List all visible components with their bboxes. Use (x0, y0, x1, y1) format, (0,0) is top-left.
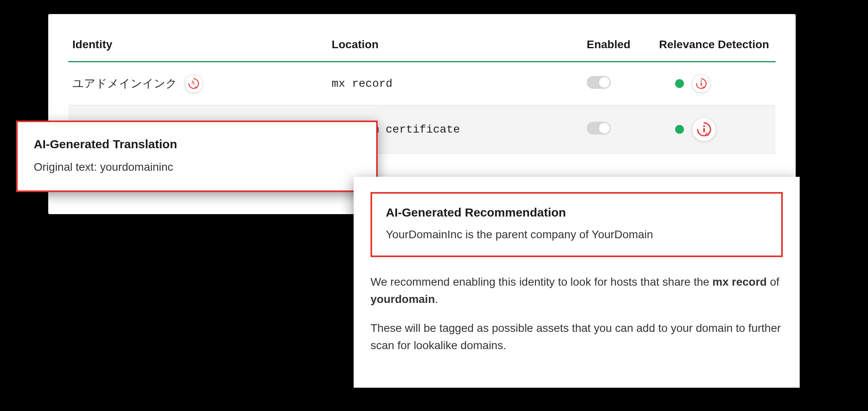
original-text-value: yourdomaininc (100, 161, 173, 173)
recommendation-paragraph-1: We recommend enabling this identity to l… (371, 273, 783, 308)
col-header-identity[interactable]: Identity (68, 30, 328, 62)
identity-cell: ユアドメインインク 文 A AI (72, 74, 323, 93)
svg-text:AI: AI (194, 86, 198, 89)
col-header-relevance[interactable]: Relevance Detection (655, 30, 776, 62)
relevance-cell: AI (659, 117, 772, 141)
status-dot-green-icon (675, 79, 684, 88)
translation-popup-original: Original text: yourdomaininc (34, 161, 360, 174)
identity-text: ユアドメインインク (72, 76, 177, 91)
svg-rect-7 (703, 128, 705, 132)
svg-rect-4 (701, 83, 702, 86)
recommendation-paragraph-2: These will be tagged as possible assets … (371, 319, 783, 354)
recommendation-title: AI-Generated Recommendation (386, 206, 768, 219)
ai-info-icon[interactable]: AI (692, 74, 710, 93)
recommendation-popup: AI-Generated Recommendation YourDomainIn… (354, 177, 800, 388)
translation-popup-title: AI-Generated Translation (34, 137, 360, 151)
rec-para1-bold1: mx record (712, 276, 767, 288)
svg-text:A: A (193, 82, 195, 85)
svg-point-6 (703, 125, 705, 127)
svg-text:AI: AI (705, 132, 709, 137)
translation-popup: AI-Generated Translation Original text: … (16, 121, 378, 192)
recommendation-highlight-box: AI-Generated Recommendation YourDomainIn… (371, 192, 783, 257)
col-header-enabled[interactable]: Enabled (583, 30, 655, 62)
status-dot-green-icon (675, 125, 684, 134)
enabled-toggle[interactable] (587, 122, 611, 135)
table-row[interactable]: ユアドメインインク 文 A AI mx record (68, 62, 776, 105)
relevance-cell: AI (659, 74, 772, 93)
svg-text:AI: AI (702, 86, 705, 89)
location-cell: mx record (328, 62, 583, 105)
ai-info-icon[interactable]: AI (692, 117, 716, 141)
col-header-location[interactable]: Location (328, 30, 583, 62)
ai-translate-icon[interactable]: 文 A AI (184, 74, 203, 93)
rec-para1-suffix: . (435, 293, 438, 305)
enabled-toggle[interactable] (587, 76, 611, 89)
recommendation-summary: YourDomainInc is the parent company of Y… (386, 228, 768, 241)
svg-point-3 (700, 80, 702, 82)
rec-para1-mid: of (767, 276, 779, 288)
rec-para1-prefix: We recommend enabling this identity to l… (371, 276, 712, 288)
rec-para1-bold2: yourdomain (371, 293, 435, 305)
original-text-label: Original text: (34, 161, 100, 173)
table-header-row: Identity Location Enabled Relevance Dete… (68, 30, 776, 62)
